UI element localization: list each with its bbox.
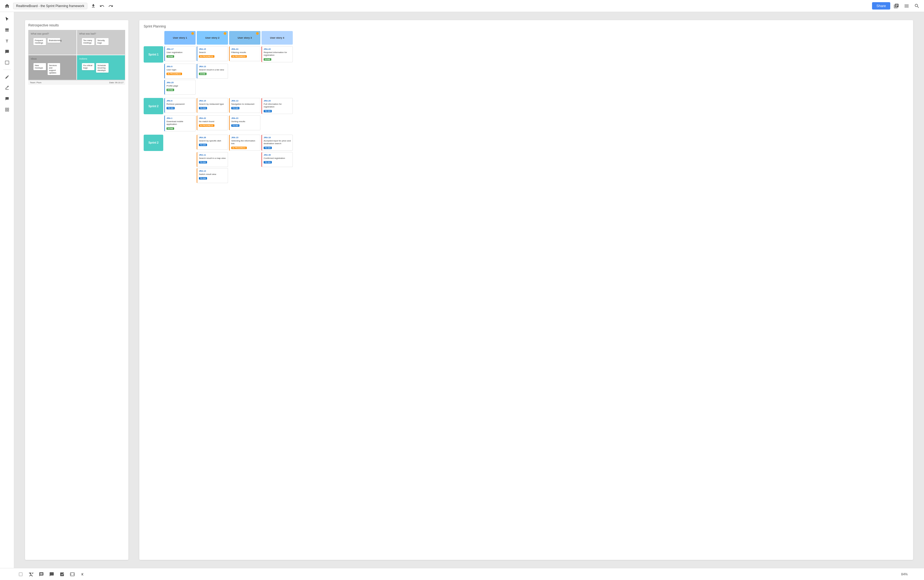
retro-cell-ideas: Ideas New mockups Services and support u… (28, 55, 76, 80)
sp-col-s2br1c2: JRA-26 Search by specific dish TO DO (197, 135, 228, 150)
task-user-login: JRA-9 User login IN PROGRESS (164, 64, 196, 79)
retro-team: Team: Plum (30, 81, 41, 84)
retro-grid: What was good? Frequent meetings Brainst… (28, 30, 125, 80)
pen-tool[interactable] (2, 72, 12, 82)
sprint-2a-row-1: Sprint 2 JRA-6 Retrieve password TO DO J… (144, 98, 462, 114)
left-toolbar: T + (0, 12, 14, 290)
sprint-2a-row-2: JRA-1 Download mobile application DONE J… (144, 115, 462, 132)
sticky-standups: Schedule recurring standups (96, 63, 109, 72)
document-title[interactable]: RealtimeBoard - the Sprint Planning fram… (13, 3, 87, 9)
sp-col-s2br3c2: JRA-14 Switch result view TO DO (197, 168, 228, 183)
home-button[interactable] (3, 2, 12, 10)
sprint-planning-title: Sprint Planning (144, 25, 462, 28)
sp-col-s2ar2c3: JRA-23 Sorting results TO DO (229, 115, 260, 130)
task-sorting: JRA-23 Sorting results TO DO (229, 115, 260, 130)
story-card-2: User story 2 (197, 31, 228, 44)
sp-col-s2ar1c2: JRA-15 Search by restaurant type TO DO (197, 98, 228, 113)
undo-button[interactable] (98, 2, 106, 10)
sp-col-s2br1c4: JRA-18 Accepted input for price and dest… (262, 135, 293, 151)
task-profile: JRA-25 Profile page DONE (164, 80, 196, 95)
sp-col-s2ar1c3: JRA-13 Navigation to restaurant TO DO (229, 98, 260, 113)
sprint-1-row-1: Sprint 1 JRA-17 User registration DONE J… (144, 46, 462, 63)
sprint-body: Sprint 1 JRA-17 User registration DONE J… (144, 46, 462, 183)
svg-rect-4 (5, 110, 7, 111)
rect-tool[interactable] (2, 58, 12, 68)
story-card-3: User story 3 (229, 31, 260, 44)
svg-rect-3 (7, 110, 9, 111)
task-retrieve-pwd: JRA-6 Retrieve password TO DO (164, 98, 196, 113)
sprint-2a-group: Sprint 2 JRA-6 Retrieve password TO DO J… (144, 98, 462, 132)
retro-cell-actions: Actions Fix critical bugs Schedule recur… (77, 55, 125, 80)
task-user-registration: JRA-17 User registration DONE (164, 46, 196, 61)
sprint-2b-row-3: JRA-14 Switch result view TO DO (144, 168, 462, 183)
sprint-2b-row-2: JRA-11 Search result in a map view TO DO… (144, 152, 462, 167)
story-card-1: User story 1 (164, 31, 196, 44)
canvas: Retrospective results What was good? Fre… (14, 12, 462, 290)
sp-col-s2ar2c2: JRA-22 No match found IN PROGRESS (197, 115, 228, 130)
task-filtering: JRA-24 Filtering results IN PROGRESS (229, 46, 260, 61)
svg-rect-0 (5, 61, 9, 64)
task-search-restaurant: JRA-15 Search by restaurant type TO DO (197, 98, 228, 113)
push-tool[interactable] (2, 25, 12, 35)
task-full-info: JRA-20 Full information for registration… (262, 98, 293, 114)
svg-rect-2 (7, 108, 9, 109)
select-tool[interactable] (2, 14, 12, 24)
retro-date: Date: 09.10.17 (109, 81, 124, 84)
retro-cell-good: What was good? Frequent meetings Brainst… (28, 30, 76, 55)
text-tool[interactable]: T (2, 36, 12, 46)
marker-tool[interactable] (2, 83, 12, 93)
comment-tool[interactable] (2, 94, 12, 104)
export-button[interactable] (89, 2, 98, 10)
sp-col-s1r3c1: JRA-25 Profile page DONE (164, 80, 196, 95)
sprint-2b-row-1: Sprint 2 JRA-26 Search by specific dish … (144, 135, 462, 151)
retro-bad-title: What was bad? (79, 32, 123, 35)
sticky-frequent: Frequent meetings (33, 38, 46, 45)
svg-rect-1 (5, 108, 7, 109)
pin-3 (256, 32, 259, 35)
sp-col-s1r2c2: JRA-13 Search result in a list view DONE (197, 64, 228, 79)
sprint-planning-panel: Sprint Planning User story 1 User story … (139, 20, 462, 290)
sprint-1-group: Sprint 1 JRA-17 User registration DONE J… (144, 46, 462, 95)
sp-col-s1r1c3: JRA-24 Filtering results IN PROGRESS (229, 46, 260, 61)
task-map-view: JRA-11 Search result in a map view TO DO (197, 152, 228, 167)
pin-1 (191, 32, 194, 35)
user-stories-header: User story 1 User story 2 User story 3 U… (144, 31, 462, 44)
topbar: RealtimeBoard - the Sprint Planning fram… (0, 0, 462, 12)
task-search-list: JRA-13 Search result in a list view DONE (197, 64, 228, 79)
sticky-services: Services and support updates (48, 63, 60, 75)
task-nav-restaurant: JRA-13 Navigation to restaurant TO DO (229, 98, 260, 113)
sprint-2b-group: Sprint 2 JRA-26 Search by specific dish … (144, 135, 462, 183)
task-confirmed-reg: JRA-36 Confirmed registration TO DO (262, 152, 293, 167)
sp-col-s2ar1c4: JRA-20 Full information for registration… (262, 98, 293, 114)
task-switch-view: JRA-14 Switch result view TO DO (197, 168, 228, 183)
retro-title: Retrospective results (28, 23, 125, 27)
sp-col-s2br1c3: JRA-15 Selecting the information link IN… (229, 135, 260, 151)
sticky-fix-bugs: Fix critical bugs (82, 63, 94, 70)
retro-actions-title: Actions (79, 58, 123, 60)
sprint-1-row-3: JRA-25 Profile page DONE (144, 80, 462, 95)
sp-col-s1r1c1: JRA-17 User registration DONE (164, 46, 196, 61)
story-card-4: User story 4 (262, 31, 293, 44)
sp-col-s2br2c2: JRA-11 Search result in a map view TO DO (197, 152, 228, 167)
retro-good-title: What was good? (31, 32, 74, 35)
sticky-tool[interactable] (2, 47, 12, 57)
pin-2 (224, 32, 226, 35)
task-search-dish: JRA-26 Search by specific dish TO DO (197, 135, 228, 150)
task-search: JRA-15 Search IN PROGRESS (197, 46, 228, 61)
sprint-1-label: Sprint 1 (144, 46, 163, 63)
sticky-mockups: New mockups (33, 63, 46, 70)
sticky-security: Security bugs (96, 38, 109, 45)
retro-ideas-title: Ideas (31, 58, 74, 60)
sp-col-s2ar2c1: JRA-1 Download mobile application DONE (164, 115, 196, 132)
sprint-2a-label: Sprint 2 (144, 98, 163, 114)
sticky-too-many: Too many meetings (82, 38, 94, 45)
task-no-match: JRA-22 No match found IN PROGRESS (197, 115, 228, 130)
retro-cell-bad: What was bad? Too many meetings Security… (77, 30, 125, 55)
sticky-brainstorming: Brainstorming (48, 38, 60, 43)
redo-button[interactable] (106, 2, 115, 10)
sprint-1-row-2: JRA-9 User login IN PROGRESS JRA-13 Sear… (144, 64, 462, 79)
task-download-app: JRA-1 Download mobile application DONE (164, 115, 196, 132)
frame-tool[interactable] (2, 105, 12, 115)
sprint-2b-label: Sprint 2 (144, 135, 163, 151)
task-req-info: JRA-22 Required information for registra… (262, 46, 293, 62)
